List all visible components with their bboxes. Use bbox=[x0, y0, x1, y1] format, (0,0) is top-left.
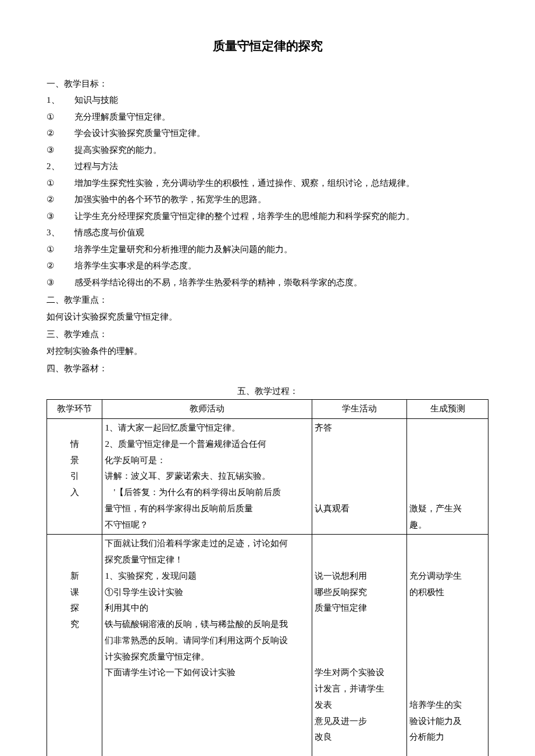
s2-p2: 哪些反响探究 bbox=[315, 585, 404, 601]
t2-p5: 们非常熟悉的反响。请同学们利用这两个反响设 bbox=[105, 633, 309, 649]
g2-item-3: ③ 让学生充分经理探究质量守恒定律的整个过程，培养学生的思维能力和科学探究的能力… bbox=[47, 208, 488, 225]
stage-cell-1: 情 景 引 入 bbox=[47, 419, 102, 535]
g2-i2-num: ② bbox=[47, 191, 74, 208]
section-2-heading: 二、教学重点： bbox=[47, 292, 488, 309]
g3-i2-text: 培养学生实事求是的科学态度。 bbox=[74, 257, 488, 274]
table-row: 新 课 探 究 下面就让我们沿着科学家走过的足迹，讨论如何 探究质量守恒定律！ … bbox=[47, 535, 488, 756]
t2-p7: 下面请学生讨论一下如何设计实验 bbox=[105, 665, 309, 681]
t2-p0b: 探究质量守恒定律！ bbox=[105, 552, 309, 568]
group-3-heading: 3、 情感态度与价值观 bbox=[47, 224, 488, 241]
g3-item-2: ② 培养学生实事求是的科学态度。 bbox=[47, 257, 488, 274]
s1-p1: 齐答 bbox=[315, 420, 404, 436]
section-4-heading: 四、教学器材： bbox=[47, 360, 488, 377]
g3-i3-num: ③ bbox=[47, 274, 74, 291]
student-cell-1: 齐答 认真观看 bbox=[312, 419, 407, 535]
g3-i2-num: ② bbox=[47, 257, 74, 274]
p2-p4: 验设计能力及 bbox=[409, 714, 486, 730]
section-3-heading: 三、教学难点： bbox=[47, 326, 488, 343]
s2-p7: 意见及进一步 bbox=[315, 714, 404, 730]
teaching-process-table: 教学环节 教师活动 学生活动 生成预测 情 景 引 入 1、请大家一起回忆质量守… bbox=[47, 399, 488, 756]
g1-i1-num: ① bbox=[47, 109, 74, 126]
group-2-heading: 2、 过程与方法 bbox=[47, 158, 488, 175]
stage1-c4: 入 bbox=[49, 485, 99, 501]
header-student: 学生活动 bbox=[312, 400, 407, 419]
pred-cell-2: 充分调动学生 的积极性 培养学生的实 验设计能力及 分析能力 培养学生的动 bbox=[407, 535, 488, 756]
s2-p3: 质量守恒定律 bbox=[315, 600, 404, 617]
p2-p5: 分析能力 bbox=[409, 729, 486, 746]
stage2-c4: 究 bbox=[49, 617, 99, 633]
group-1-label: 知识与技能 bbox=[74, 92, 488, 109]
p2-p1: 充分调动学生 bbox=[409, 568, 486, 585]
student-cell-2: 说一说想利用 哪些反响探究 质量守恒定律 学生对两个实验设 计发言，并请学生 发… bbox=[312, 535, 407, 756]
stage1-c2: 景 bbox=[49, 453, 99, 469]
header-prediction: 生成预测 bbox=[407, 400, 488, 419]
group-1-heading: 1、 知识与技能 bbox=[47, 92, 488, 109]
g3-item-3: ③ 感受科学结论得出的不易，培养学生热爱科学的精神，崇敬科学家的态度。 bbox=[47, 274, 488, 291]
g1-item-1: ① 充分理解质量守恒定律。 bbox=[47, 109, 488, 126]
t2-p2: ①引导学生设计实验 bbox=[105, 585, 309, 601]
t1-p5: '【后答复：为什么有的科学得出反响前后质 bbox=[105, 485, 309, 501]
stage2-c2: 课 bbox=[49, 585, 99, 601]
t2-p4: 铁与硫酸铜溶液的反响，镁与稀盐酸的反响是我 bbox=[105, 617, 309, 633]
stage1-c1: 情 bbox=[49, 436, 99, 453]
section-5-heading: 五、教学过程： bbox=[47, 383, 488, 400]
t2-p3: 利用其中的 bbox=[105, 600, 309, 617]
g2-i3-text: 让学生充分经理探究质量守恒定律的整个过程，培养学生的思维能力和科学探究的能力。 bbox=[74, 208, 488, 225]
g3-i1-num: ① bbox=[47, 241, 74, 258]
table-header-row: 教学环节 教师活动 学生活动 生成预测 bbox=[47, 400, 488, 419]
t2-p0a: 下面就让我们沿着科学家走过的足迹，讨论如何 bbox=[105, 536, 309, 552]
g1-item-2: ② 学会设计实验探究质量守恒定律。 bbox=[47, 125, 488, 142]
g1-i3-text: 提高实验探究的能力。 bbox=[74, 142, 488, 159]
stage1-c3: 引 bbox=[49, 468, 99, 485]
group-3-num: 3、 bbox=[47, 224, 74, 241]
s2-p1: 说一说想利用 bbox=[315, 568, 404, 585]
g2-i3-num: ③ bbox=[47, 208, 74, 225]
g2-i2-text: 加强实验中的各个环节的教学，拓宽学生的思路。 bbox=[74, 191, 488, 208]
t1-p6: 量守恒，有的科学家得出反响前后质量 bbox=[105, 501, 309, 517]
s2-p8: 改良 bbox=[315, 729, 404, 746]
g2-i1-text: 增加学生探究性实验，充分调动学生的积极性，通过操作、观察，组织讨论，总结规律。 bbox=[74, 175, 488, 192]
s1-p2: 认真观看 bbox=[315, 501, 404, 517]
header-stage: 教学环节 bbox=[47, 400, 102, 419]
p2-p3: 培养学生的实 bbox=[409, 697, 486, 714]
g2-item-2: ② 加强实验中的各个环节的教学，拓宽学生的思路。 bbox=[47, 191, 488, 208]
section-2-body: 如何设计实验探究质量守恒定律。 bbox=[47, 309, 488, 325]
section-3: 三、教学难点： 对控制实验条件的理解。 bbox=[47, 326, 488, 359]
header-teacher: 教师活动 bbox=[102, 400, 312, 419]
t1-p2: 2、质量守恒定律是一个普遍规律适合任何 bbox=[105, 436, 309, 453]
p1-p1: 激疑，产生兴 bbox=[409, 501, 486, 517]
teacher-cell-2: 下面就让我们沿着科学家走过的足迹，讨论如何 探究质量守恒定律！ 1、实验探究，发… bbox=[102, 535, 312, 756]
p2-p2: 的积极性 bbox=[409, 585, 486, 601]
g1-i1-text: 充分理解质量守恒定律。 bbox=[74, 109, 488, 126]
g1-i2-text: 学会设计实验探究质量守恒定律。 bbox=[74, 125, 488, 142]
section-3-body: 对控制实验条件的理解。 bbox=[47, 343, 488, 360]
g1-i3-num: ③ bbox=[47, 142, 74, 159]
stage2-c3: 探 bbox=[49, 600, 99, 617]
t1-p3: 化学反响可是： bbox=[105, 453, 309, 469]
t1-p7: 不守恒呢？ bbox=[105, 517, 309, 533]
stage2-c1: 新 bbox=[49, 568, 99, 585]
g2-item-1: ① 增加学生探究性实验，充分调动学生的积极性，通过操作、观察，组织讨论，总结规律… bbox=[47, 175, 488, 192]
s2-p4: 学生对两个实验设 bbox=[315, 665, 404, 681]
t1-p1: 1、请大家一起回忆质量守恒定律。 bbox=[105, 420, 309, 436]
g1-item-3: ③ 提高实验探究的能力。 bbox=[47, 142, 488, 159]
pred-cell-1: 激疑，产生兴 趣。 bbox=[407, 419, 488, 535]
section-1-heading: 一、教学目标： bbox=[47, 76, 488, 92]
group-3-label: 情感态度与价值观 bbox=[74, 224, 488, 241]
group-1-num: 1、 bbox=[47, 92, 74, 109]
g2-i1-num: ① bbox=[47, 175, 74, 192]
s2-p6: 发表 bbox=[315, 697, 404, 714]
group-2-num: 2、 bbox=[47, 158, 74, 175]
g3-i1-text: 培养学生定量研究和分析推理的能力及解决问题的能力。 bbox=[74, 241, 488, 258]
table-row: 情 景 引 入 1、请大家一起回忆质量守恒定律。 2、质量守恒定律是一个普遍规律… bbox=[47, 419, 488, 535]
s2-p5: 计发言，并请学生 bbox=[315, 681, 404, 697]
section-2: 二、教学重点： 如何设计实验探究质量守恒定律。 bbox=[47, 292, 488, 325]
group-2-label: 过程与方法 bbox=[74, 158, 488, 175]
g1-i2-num: ② bbox=[47, 125, 74, 142]
t2-p6: 计实验探究质量守恒定律。 bbox=[105, 649, 309, 665]
section-1: 一、教学目标： 1、 知识与技能 ① 充分理解质量守恒定律。 ② 学会设计实验探… bbox=[47, 76, 488, 291]
t1-p4: 讲解：波义耳、罗蒙诺索夫、拉瓦锡实验。 bbox=[105, 468, 309, 485]
g3-i3-text: 感受科学结论得出的不易，培养学生热爱科学的精神，崇敬科学家的态度。 bbox=[74, 274, 488, 291]
g3-item-1: ① 培养学生定量研究和分析推理的能力及解决问题的能力。 bbox=[47, 241, 488, 258]
teacher-cell-1: 1、请大家一起回忆质量守恒定律。 2、质量守恒定律是一个普遍规律适合任何 化学反… bbox=[102, 419, 312, 535]
